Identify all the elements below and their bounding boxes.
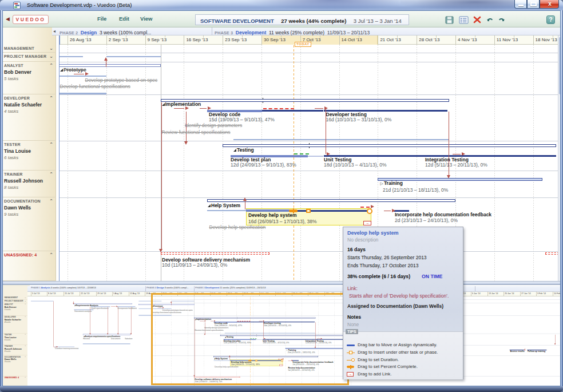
help-button[interactable]: ?	[546, 15, 555, 24]
mm-sidebar-task-count: 4 tasks	[5, 321, 11, 323]
minimap-week-label: 22 Jul '13	[81, 292, 89, 295]
chevron-up-icon[interactable]: ⌃	[49, 142, 53, 147]
unassigned-right-bar[interactable]	[545, 252, 558, 255]
duration-circle-icon-shape	[351, 358, 355, 362]
testing-label-text: Testing	[237, 148, 254, 153]
mm-p1-incorporate-feedback-label: Incorporate feedback	[117, 307, 137, 310]
tooltip-link-label: Link:	[347, 286, 358, 291]
chevron-up-icon[interactable]: ⌃	[49, 96, 53, 101]
mm-sidebar-role-label: TESTER	[5, 334, 12, 336]
phase-scroll-left-icon[interactable]: ◂	[53, 29, 55, 34]
menu-file[interactable]: File	[97, 15, 106, 22]
minimap-phase-divider	[475, 286, 475, 292]
add-link-handle[interactable]: →	[363, 221, 371, 225]
sidebar-section-tester[interactable]: TESTERTina Louise6 tasks⌃	[2, 141, 56, 171]
chevron-up-icon[interactable]: ⌃	[49, 172, 53, 177]
prototype-phase-bar[interactable]	[60, 64, 161, 67]
sidebar-section-trainer[interactable]: TRAINERRussell Johnson8 tasks⌃	[2, 171, 56, 197]
menu-edit[interactable]: Edit	[119, 15, 129, 22]
mm-far-link-right-arrowhead	[554, 343, 556, 345]
sidebar-role-label: TRAINER	[4, 172, 23, 176]
chevron-down-icon[interactable]: ⌄	[49, 46, 53, 51]
tooltip-end-date: Ends Thursday, 17 October 2013	[347, 263, 418, 268]
delete-icon[interactable]	[473, 16, 481, 23]
menu-view[interactable]: View	[140, 15, 152, 22]
chevron-up-icon[interactable]: ⌃	[49, 252, 53, 258]
minimap-viewport[interactable]	[151, 293, 349, 385]
screen: Software Development.vdp - Vuedoo (Beta)…	[0, 0, 563, 392]
developer-summary-bar[interactable]	[233, 139, 449, 141]
implementation-phase-bar[interactable]	[161, 99, 449, 102]
chevron-up-icon[interactable]: ⌃	[49, 199, 53, 204]
expand-triangle-icon[interactable]	[233, 149, 236, 152]
develop-prototype-bar[interactable]	[60, 76, 106, 77]
minimap-week-label: 15 Jul '13	[65, 292, 73, 295]
delivery-mechanism-label-sub: 10d (11/09/13 – 24/09/13), 0%	[162, 263, 250, 268]
sidebar-task-count: 6 tasks	[4, 155, 18, 160]
expand-triangle-icon[interactable]	[208, 204, 211, 207]
minimap-week-tick	[80, 292, 80, 296]
chevron-up-icon[interactable]: ⌃	[49, 63, 53, 68]
insert-handle[interactable]	[306, 209, 311, 213]
expand-triangle-icon[interactable]	[60, 69, 63, 72]
sidebar-section-project-manager[interactable]: PROJECT MANAGER⌄	[2, 53, 56, 62]
link-down-training-arrowhead	[447, 175, 450, 179]
close-button[interactable]: x	[540, 0, 559, 9]
save-icon[interactable]	[445, 16, 454, 24]
develop-help-spec-bar[interactable]	[207, 210, 246, 212]
gantt-chart[interactable]: PrototypeDevelop prototype based on spec…	[60, 45, 558, 281]
develop-help-system-bar-done[interactable]	[246, 209, 294, 212]
implementation-label-text: Implementation	[165, 102, 201, 108]
horizontal-splitter[interactable]	[3, 281, 561, 285]
developer-testing-label-sub: 16d (10/10/13 – 31/10/13), 0%	[326, 117, 392, 123]
phase-bar: ◂ PHASE 2 Design 3 weeks (100% compl...P…	[52, 27, 561, 35]
list-view-icon[interactable]	[459, 16, 469, 24]
testing-phase-bar[interactable]	[223, 144, 556, 147]
vertical-scrollbar-thumb[interactable]	[559, 37, 561, 94]
minimap-phase-info: 11 weeks (25% complete) 11/09/13 – 20/11…	[220, 287, 265, 289]
overview-minimap[interactable]: MANAGEMENT⌄PROJECT MANAGER⌄ANALYSTBob De…	[3, 285, 561, 386]
project-summary-box[interactable]: SOFTWARE DEVELOPMENT 27 weeks (44% compl…	[195, 14, 409, 25]
pm-task-bar-2[interactable]	[106, 56, 161, 58]
sidebar-section-unassigned[interactable]: UNASSIGNED: 4⌃	[2, 251, 56, 281]
minimap-phase-tag: PHASE 3	[195, 287, 205, 289]
mm-sidebar-section-tester: TESTERTina Louise6 tasks⌃	[3, 334, 27, 345]
develop-functional-label: Develop functional specifications	[60, 84, 130, 90]
training-sub-label: 21d (21/10/13 – 18/11/13), 0%	[383, 186, 448, 193]
add-link-icon: →	[347, 373, 356, 377]
section-divider	[60, 197, 558, 198]
integration-testing-label-sub: 12d (5/11/13 – 20/11/13), 0%	[425, 163, 487, 168]
chevron-down-icon[interactable]: ⌄	[49, 54, 53, 59]
minimap-phase-divider	[145, 286, 146, 292]
maximize-button[interactable]	[527, 0, 540, 9]
percent-complete-handle[interactable]	[289, 209, 298, 213]
sidebar-section-analyst[interactable]: ANALYSTBob Denver5 tasks⌃	[2, 62, 56, 94]
minimap-week-tick	[47, 292, 47, 296]
undo-icon[interactable]	[486, 16, 493, 22]
mm-sidebar-section-analyst: ANALYSTBob Denver5 tasks⌃	[3, 303, 27, 316]
mm-sidebar-person-name: Russell Johnson	[5, 348, 22, 350]
back-arrow-icon[interactable]: ◀	[6, 16, 10, 22]
mm-chevron-up-icon: ⌃	[25, 346, 26, 347]
delivery-mechanism-bar[interactable]	[161, 252, 269, 255]
sidebar-section-management[interactable]: MANAGEMENT⌄	[2, 45, 56, 53]
mm-chevron-up-icon: ⌃	[25, 303, 26, 305]
develop-functional-bar[interactable]	[60, 93, 106, 94]
mm-far-followup-label: Follow-up training	[528, 350, 545, 353]
minimap-phase-tag: PHASE 2	[146, 287, 156, 289]
sidebar-section-documentation[interactable]: DOCUMENTATIONDawn Wells9 tasks⌃	[2, 197, 56, 251]
minimize-button[interactable]	[514, 0, 527, 9]
vertical-scrollbar[interactable]	[558, 35, 561, 281]
pm-task-bar-1[interactable]	[60, 56, 83, 58]
duration-handle[interactable]	[367, 208, 372, 214]
expand-triangle-icon[interactable]	[162, 103, 165, 106]
minimap-week-label: 12 Aug '13	[130, 292, 140, 295]
identify-design-label: Identify design parameters	[185, 123, 242, 129]
develop-help-system-bar-rest[interactable]	[294, 210, 370, 212]
develop-test-plan-bar-rest[interactable]	[308, 156, 324, 157]
mm-sidebar-role-label: PROJECT MANAGER	[5, 300, 23, 302]
sidebar-section-developer[interactable]: DEVELOPERNatalie Schaefer4 tasks⌃	[2, 94, 56, 141]
redo-icon[interactable]	[498, 16, 505, 22]
list-view-icon-shape	[463, 20, 467, 21]
title-bar[interactable]: Software Development.vdp - Vuedoo (Beta)…	[0, 0, 563, 10]
